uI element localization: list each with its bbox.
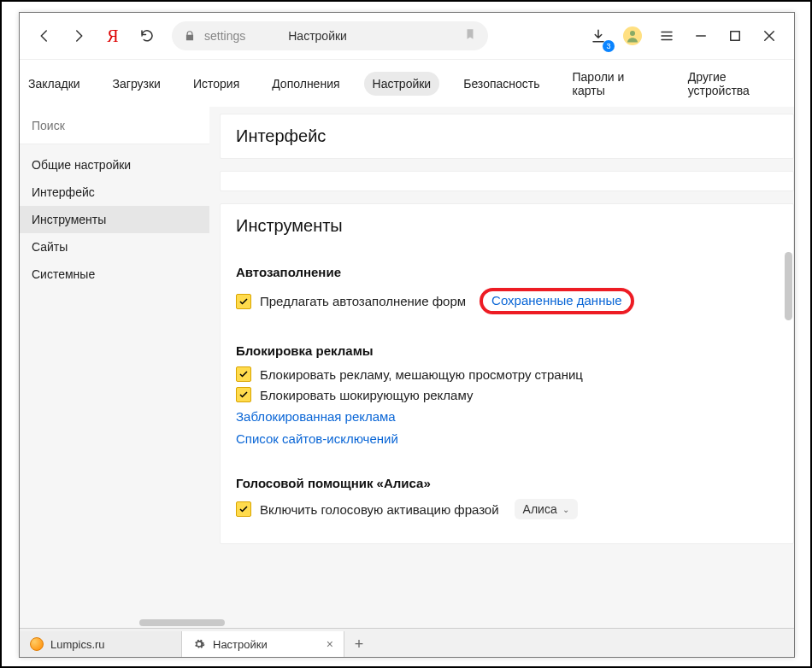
- window-close-button[interactable]: [755, 21, 784, 50]
- tab-settings[interactable]: Настройки ×: [182, 631, 344, 657]
- window-maximize-button[interactable]: [721, 21, 750, 50]
- svg-rect-1: [731, 32, 740, 41]
- topnav-security[interactable]: Безопасность: [455, 72, 548, 96]
- check-icon: [238, 390, 249, 400]
- settings-search-input[interactable]: [20, 107, 209, 144]
- profile-button[interactable]: [618, 21, 647, 50]
- downloads-button[interactable]: 3: [584, 21, 613, 50]
- forward-button[interactable]: [64, 21, 93, 50]
- topnav-passwords[interactable]: Пароли и карты: [564, 65, 664, 103]
- arrow-right-icon: [71, 28, 86, 44]
- close-icon: [762, 28, 777, 44]
- window-minimize-button[interactable]: [686, 21, 715, 50]
- sidebar-item-tools[interactable]: Инструменты: [20, 206, 209, 233]
- menu-button[interactable]: [652, 21, 681, 50]
- sidebar-item-general[interactable]: Общие настройки: [20, 151, 209, 179]
- saved-data-link[interactable]: Сохраненные данные: [491, 293, 621, 308]
- address-scheme: settings: [204, 29, 245, 43]
- download-badge: 3: [603, 40, 615, 52]
- back-button[interactable]: [30, 21, 59, 50]
- check-icon: [238, 504, 249, 514]
- settings-top-nav: Закладки Загрузки История Дополнения Нас…: [20, 60, 794, 107]
- arrow-left-icon: [37, 28, 52, 44]
- adblock-shocking-label: Блокировать шокирующую рекламу: [260, 388, 473, 402]
- new-tab-button[interactable]: +: [344, 631, 374, 657]
- check-icon: [238, 296, 249, 307]
- bookmark-icon[interactable]: [464, 28, 476, 44]
- alice-enable-row: Включить голосовую активацию фразой Алис…: [236, 499, 778, 519]
- blocked-ads-link[interactable]: Заблокированная реклама: [236, 409, 396, 424]
- minimize-icon: [693, 28, 709, 44]
- adblock-annoying-checkbox[interactable]: [236, 366, 251, 382]
- topnav-settings[interactable]: Настройки: [364, 72, 440, 96]
- browser-window: Я settings Настройки 3: [19, 12, 795, 658]
- gear-icon: [192, 637, 206, 651]
- alice-enable-label: Включить голосовую активацию фразой: [260, 502, 499, 517]
- svg-point-0: [630, 31, 635, 36]
- adblock-heading: Блокировка рекламы: [236, 343, 778, 358]
- topnav-history[interactable]: История: [185, 72, 248, 96]
- adblock-annoying-label: Блокировать рекламу, мешающую просмотру …: [260, 367, 583, 382]
- alice-enable-checkbox[interactable]: [236, 501, 251, 517]
- check-icon: [238, 369, 249, 379]
- autofill-suggest-row: Предлагать автозаполнение форм Сохраненн…: [236, 288, 778, 314]
- horizontal-scrollbar[interactable]: [139, 619, 225, 626]
- alice-phrase-value: Алиса: [523, 502, 557, 516]
- tab-label: Настройки: [213, 638, 268, 651]
- tools-title: Инструменты: [236, 216, 778, 236]
- vertical-scrollbar[interactable]: [785, 252, 792, 320]
- topnav-downloads[interactable]: Загрузки: [104, 72, 169, 96]
- autofill-heading: Автозаполнение: [236, 265, 778, 279]
- settings-body: Общие настройки Интерфейс Инструменты Са…: [20, 107, 794, 628]
- browser-toolbar: Я settings Настройки 3: [20, 13, 794, 60]
- lock-icon: [184, 30, 196, 42]
- adblock-annoying-row: Блокировать рекламу, мешающую просмотру …: [236, 366, 778, 382]
- sidebar-item-system[interactable]: Системные: [20, 261, 209, 288]
- alice-heading: Голосовой помощник «Алиса»: [236, 476, 778, 490]
- topnav-extensions[interactable]: Дополнения: [263, 72, 348, 96]
- sidebar-item-interface[interactable]: Интерфейс: [20, 179, 209, 206]
- avatar-icon: [623, 26, 642, 45]
- yandex-home-button[interactable]: Я: [98, 21, 127, 50]
- maximize-icon: [727, 28, 743, 44]
- adblock-shocking-row: Блокировать шокирующую рекламу: [236, 387, 778, 402]
- address-title: Настройки: [288, 29, 347, 43]
- topnav-bookmarks[interactable]: Закладки: [20, 72, 89, 96]
- settings-sidebar: Общие настройки Интерфейс Инструменты Са…: [20, 107, 209, 628]
- section-interface-body-stub: [220, 171, 794, 191]
- autofill-suggest-label: Предлагать автозаполнение форм: [260, 294, 466, 308]
- exceptions-link[interactable]: Список сайтов-исключений: [236, 431, 398, 446]
- autofill-suggest-checkbox[interactable]: [236, 294, 251, 309]
- sidebar-item-sites[interactable]: Сайты: [20, 233, 209, 261]
- reload-icon: [139, 28, 155, 44]
- section-tools: Инструменты Автозаполнение Предлагать ав…: [220, 203, 794, 544]
- tab-close-button[interactable]: ×: [327, 637, 333, 651]
- tab-lumpics[interactable]: Lumpics.ru: [20, 631, 182, 657]
- tab-strip: Lumpics.ru Настройки × +: [20, 628, 794, 657]
- adblock-shocking-checkbox[interactable]: [236, 387, 251, 402]
- hamburger-icon: [659, 28, 674, 44]
- alice-phrase-dropdown[interactable]: Алиса ⌄: [515, 499, 578, 519]
- lumpics-favicon: [30, 637, 44, 651]
- chevron-down-icon: ⌄: [562, 505, 569, 514]
- reload-button[interactable]: [132, 21, 162, 50]
- section-interface-header: Интерфейс: [220, 114, 794, 159]
- interface-title: Интерфейс: [236, 126, 778, 146]
- address-bar[interactable]: settings Настройки: [172, 21, 488, 50]
- saved-data-highlight: Сохраненные данные: [480, 288, 633, 314]
- tab-label: Lumpics.ru: [50, 638, 105, 651]
- topnav-devices[interactable]: Другие устройства: [680, 65, 794, 103]
- settings-content: Интерфейс Инструменты Автозаполнение Пре…: [209, 107, 794, 628]
